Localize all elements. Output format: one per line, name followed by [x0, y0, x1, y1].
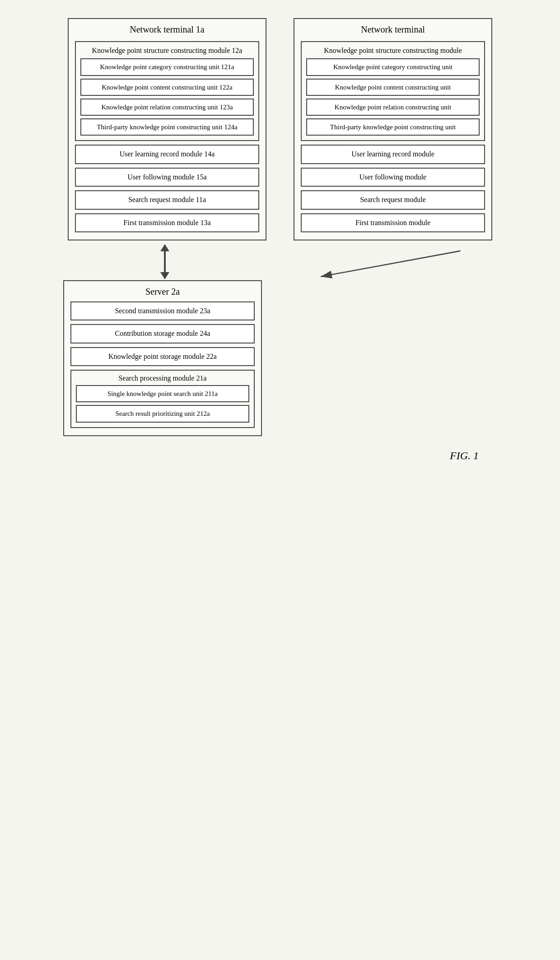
search-result-prioritizing-unit: Search result prioritizing unit 212a — [76, 405, 249, 422]
svg-line-1 — [321, 251, 461, 277]
search-processing-title: Search processing module 21a — [76, 374, 249, 382]
terminal-1a-box: Network terminal 1a Knowledge point stru… — [68, 18, 266, 240]
contribution-storage-module: Contribution storage module 24a — [70, 324, 255, 343]
double-arrow-shape — [160, 244, 169, 279]
arrow-down-head — [160, 272, 169, 279]
kp-thirdparty-unit-1a: Third-party knowledge point constructing… — [80, 118, 254, 136]
first-transmission-module-2: First transmission module — [301, 213, 485, 232]
kp-thirdparty-unit-2: Third-party knowledge point constructing… — [306, 118, 480, 136]
user-learning-module-2: User learning record module — [301, 145, 485, 164]
kp-structure-module-2: Knowledge point structure constructing m… — [301, 41, 485, 141]
terminal-1a-title: Network terminal 1a — [75, 24, 259, 37]
arrow-area — [27, 244, 533, 280]
diagonal-arrow — [316, 249, 461, 280]
first-transmission-module-1a: First transmission module 13a — [75, 213, 259, 232]
arrow-shaft — [164, 250, 166, 273]
kp-category-unit-2: Knowledge point category constructing un… — [306, 58, 480, 75]
kp-relation-unit-2: Knowledge point relation constructing un… — [306, 99, 480, 116]
user-following-module-1a: User following module 15a — [75, 168, 259, 187]
single-kp-search-unit: Single knowledge point search unit 211a — [76, 385, 249, 402]
kp-structure-label-1a: Knowledge point structure constructing m… — [80, 46, 254, 56]
figure-label: FIG. 1 — [450, 450, 479, 462]
kp-storage-module: Knowledge point storage module 22a — [70, 347, 255, 366]
server-box: Server 2a Second transmission module 23a… — [63, 280, 262, 436]
terminal-2-box: Network terminal Knowledge point structu… — [294, 18, 492, 240]
top-row: Network terminal 1a Knowledge point stru… — [27, 18, 533, 240]
search-processing-container: Search processing module 21a Single know… — [70, 370, 255, 428]
kp-relation-unit-1a: Knowledge point relation constructing un… — [80, 99, 254, 116]
kp-structure-module-1a: Knowledge point structure constructing m… — [75, 41, 259, 141]
diagram-wrapper: Network terminal 1a Knowledge point stru… — [27, 18, 533, 462]
kp-structure-label-2: Knowledge point structure constructing m… — [306, 46, 480, 56]
user-learning-module-1a: User learning record module 14a — [75, 145, 259, 164]
double-arrow-vertical — [160, 244, 169, 279]
second-transmission-module: Second transmission module 23a — [70, 301, 255, 320]
search-request-module-2: Search request module — [301, 190, 485, 209]
kp-content-unit-2: Knowledge point content constructing uni… — [306, 79, 480, 96]
terminal-2-title: Network terminal — [301, 24, 485, 37]
kp-category-unit-1a: Knowledge point category constructing un… — [80, 58, 254, 75]
server-title: Server 2a — [70, 287, 255, 297]
user-following-module-2: User following module — [301, 168, 485, 187]
kp-content-unit-1a: Knowledge point content constructing uni… — [80, 79, 254, 96]
search-request-module-1a: Search request module 11a — [75, 190, 259, 209]
server-row: Server 2a Second transmission module 23a… — [27, 280, 533, 436]
